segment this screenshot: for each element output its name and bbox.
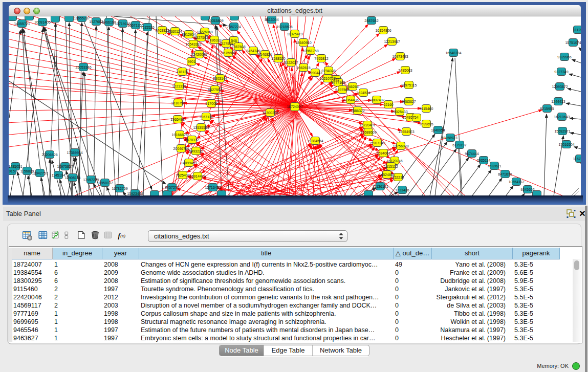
svg-text:18724007: 18724007 — [287, 105, 302, 108]
svg-text:6497568: 6497568 — [335, 88, 349, 92]
svg-text:8186328: 8186328 — [207, 38, 221, 42]
svg-text:8678332: 8678332 — [185, 138, 199, 142]
svg-text:8427552: 8427552 — [208, 88, 222, 92]
svg-text:15654923: 15654923 — [398, 130, 414, 134]
svg-text:16210643: 16210643 — [554, 115, 570, 119]
svg-text:3624534: 3624534 — [356, 91, 370, 95]
svg-text:1640954: 1640954 — [431, 128, 445, 132]
svg-text:16543382: 16543382 — [185, 42, 201, 46]
svg-text:16914479: 16914479 — [189, 174, 205, 178]
svg-text:546: 546 — [231, 39, 237, 42]
svg-text:9115460: 9115460 — [420, 107, 433, 111]
svg-text:7515526: 7515526 — [140, 26, 154, 29]
svg-text:9245652: 9245652 — [520, 188, 534, 191]
svg-text:7955812: 7955812 — [314, 57, 328, 60]
svg-text:25053346: 25053346 — [75, 65, 91, 69]
svg-text:16782759: 16782759 — [112, 187, 127, 190]
svg-text:8958923: 8958923 — [443, 136, 457, 140]
svg-text:18300295: 18300295 — [262, 111, 278, 115]
svg-text:1965498: 1965498 — [170, 118, 184, 121]
svg-text:16053809: 16053809 — [207, 19, 223, 23]
svg-text:10807487: 10807487 — [368, 98, 384, 102]
svg-text:8813054: 8813054 — [265, 18, 278, 21]
svg-text:1362615: 1362615 — [296, 66, 310, 70]
svg-text:746266: 746266 — [346, 85, 358, 89]
svg-text:1610755: 1610755 — [171, 101, 185, 105]
svg-text:20206526: 20206526 — [41, 153, 57, 157]
svg-text:11125: 11125 — [573, 28, 581, 32]
svg-text:9146821: 9146821 — [258, 53, 272, 56]
svg-text:8471676: 8471676 — [498, 172, 512, 176]
svg-text:12942757: 12942757 — [32, 171, 48, 175]
svg-text:20364436: 20364436 — [342, 98, 358, 102]
svg-text:16154806: 16154806 — [375, 29, 391, 32]
svg-text:7485063: 7485063 — [398, 69, 412, 72]
svg-text:15692971: 15692971 — [554, 129, 570, 133]
svg-text:17359934: 17359934 — [67, 151, 82, 155]
svg-text:12213967: 12213967 — [384, 40, 400, 43]
svg-text:10975857: 10975857 — [57, 165, 73, 168]
svg-text:15720407: 15720407 — [359, 123, 375, 127]
svg-text:10958107: 10958107 — [97, 181, 113, 185]
svg-text:1145194: 1145194 — [52, 173, 66, 177]
svg-text:14055721: 14055721 — [14, 22, 30, 26]
svg-text:1221338: 1221338 — [172, 84, 186, 88]
svg-text:10961758: 10961758 — [302, 49, 318, 53]
svg-text:7386322: 7386322 — [351, 109, 364, 113]
svg-text:18226058: 18226058 — [197, 30, 212, 34]
svg-text:7632621: 7632621 — [487, 164, 501, 168]
svg-text:1615132: 1615132 — [384, 165, 398, 168]
svg-text:15751074: 15751074 — [565, 41, 581, 45]
svg-text:9794028: 9794028 — [321, 69, 335, 73]
svg-text:3267130: 3267130 — [199, 115, 213, 119]
svg-text:9327503: 9327503 — [194, 36, 208, 39]
svg-text:10756928: 10756928 — [393, 144, 408, 148]
svg-text:9457271: 9457271 — [165, 186, 179, 189]
svg-text:10655287: 10655287 — [74, 16, 90, 20]
svg-text:6466160: 6466160 — [102, 20, 116, 24]
svg-text:9777169: 9777169 — [331, 81, 345, 84]
svg-text:12905115: 12905115 — [65, 176, 81, 180]
svg-text:8322037: 8322037 — [284, 61, 298, 64]
svg-text:7625402: 7625402 — [176, 173, 189, 177]
svg-text:2367608: 2367608 — [231, 45, 245, 49]
svg-text:22420046: 22420046 — [191, 53, 207, 56]
svg-text:39159: 39159 — [9, 169, 17, 173]
svg-text:3675685: 3675685 — [221, 51, 235, 55]
svg-text:16648784: 16648784 — [445, 51, 461, 55]
svg-text:15495754: 15495754 — [402, 116, 418, 119]
svg-text:8215955: 8215955 — [540, 107, 554, 111]
svg-text:1588520: 1588520 — [271, 57, 285, 60]
svg-text:15923448: 15923448 — [127, 192, 143, 195]
svg-text:1244413: 1244413 — [551, 100, 565, 103]
svg-text:5493222: 5493222 — [189, 149, 203, 153]
svg-text:13535594: 13535594 — [193, 126, 209, 129]
svg-text:14099489: 14099489 — [181, 161, 197, 165]
svg-text:10654112: 10654112 — [509, 180, 525, 184]
svg-text:9329966: 9329966 — [557, 55, 571, 59]
svg-text:20091406: 20091406 — [34, 20, 50, 24]
svg-text:(x): (x) — [120, 233, 125, 238]
svg-text:1167533: 1167533 — [573, 157, 581, 161]
svg-text:11325419: 11325419 — [287, 32, 303, 36]
svg-text:7463822: 7463822 — [155, 29, 169, 32]
svg-text:19218506: 19218506 — [276, 25, 292, 29]
svg-text:9227349: 9227349 — [554, 70, 568, 74]
svg-text:19384554: 19384554 — [307, 139, 323, 143]
svg-text:20046766: 20046766 — [173, 147, 189, 150]
svg-text:9699695: 9699695 — [419, 122, 433, 126]
svg-text:9463627: 9463627 — [402, 100, 416, 103]
svg-text:2803144: 2803144 — [213, 77, 227, 80]
svg-text:6179197: 6179197 — [452, 143, 466, 147]
svg-text:1733426: 1733426 — [395, 188, 409, 192]
svg-text:252214: 252214 — [392, 176, 404, 179]
svg-text:12093872: 12093872 — [552, 85, 568, 89]
svg-text:19166825: 19166825 — [171, 133, 187, 137]
svg-text:8454749: 8454749 — [246, 49, 260, 53]
svg-text:17016504: 17016504 — [558, 143, 574, 146]
svg-text:15907249: 15907249 — [369, 141, 385, 145]
svg-text:10688609: 10688609 — [360, 130, 376, 134]
svg-text:7357224: 7357224 — [227, 25, 241, 29]
svg-text:16120746: 16120746 — [386, 159, 402, 163]
svg-text:2887682: 2887682 — [364, 19, 378, 23]
